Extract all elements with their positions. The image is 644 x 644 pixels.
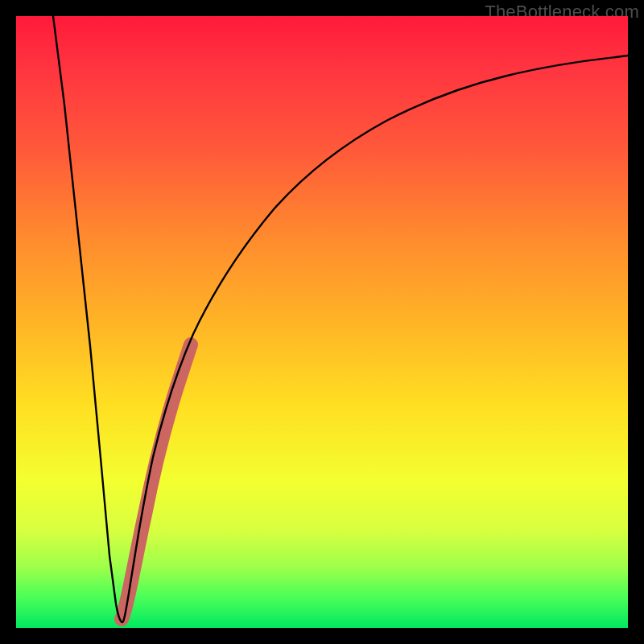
chart-frame: TheBottleneck.com bbox=[0, 0, 644, 644]
plot-area bbox=[16, 16, 628, 628]
curve-path bbox=[53, 16, 628, 622]
curve-layer bbox=[16, 16, 628, 628]
